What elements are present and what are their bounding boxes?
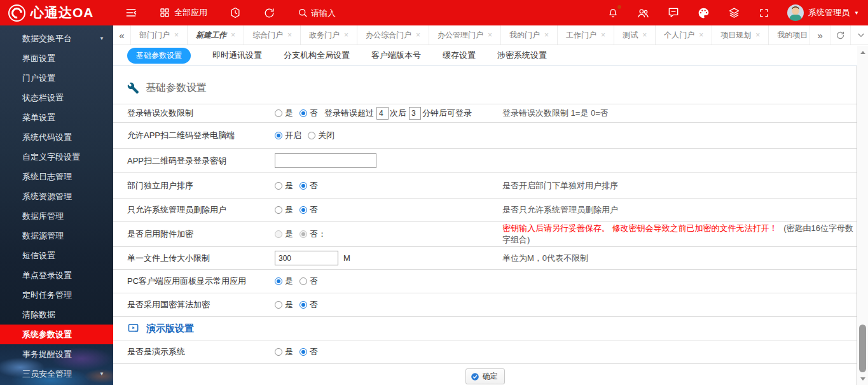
subtab-basic-params[interactable]: 基础参数设置 [127, 48, 191, 64]
close-icon[interactable]: × [231, 31, 235, 39]
scroll-down-icon[interactable] [857, 374, 868, 384]
scroll-tabs-left-icon[interactable]: « [113, 25, 131, 45]
search-input[interactable] [311, 8, 352, 18]
radio-no[interactable] [300, 277, 307, 285]
confirm-button[interactable]: 确定 [465, 368, 505, 384]
radio-disable[interactable] [308, 132, 315, 139]
sidebar-item-data-exchange[interactable]: 数据交换平台▼ [0, 29, 113, 48]
refresh-icon[interactable] [263, 7, 275, 19]
logo-text: 心通达OA [31, 4, 94, 22]
sidebar-item-interface-settings[interactable]: 界面设置 [0, 48, 113, 68]
user-menu[interactable]: 系统管理员 ▼ [787, 4, 859, 21]
sidebar-item-clear-data[interactable]: 清除数据 [0, 305, 113, 325]
notifications-bell-icon[interactable] [607, 6, 619, 19]
sidebar-item-statusbar-settings[interactable]: 状态栏设置 [0, 88, 113, 108]
subtab-cache-settings[interactable]: 缓存设置 [443, 50, 476, 61]
radio-no[interactable] [300, 109, 307, 117]
qr-login-key-input[interactable] [275, 153, 376, 168]
sidebar-item-scheduled-tasks[interactable]: 定时任务管理 [0, 285, 113, 305]
sidebar-item-system-resources[interactable]: 系统资源管理 [0, 186, 113, 206]
tab-personal-portal[interactable]: 个人门户× [656, 25, 712, 45]
messages-icon[interactable] [667, 6, 680, 19]
section-title-basic-params: 基础参数设置 [127, 81, 857, 95]
scrollbar-thumb[interactable] [859, 325, 866, 372]
sidebar-item-sms-settings[interactable]: 短信设置 [0, 246, 113, 265]
tab-test[interactable]: 测试× [614, 25, 656, 45]
attendance-clock-icon[interactable] [229, 6, 242, 19]
sidebar-item-custom-fields[interactable]: 自定义字段设置 [0, 147, 113, 167]
sidebar-item-portal-settings[interactable]: 门户设置 [0, 68, 113, 88]
tab-new-work[interactable]: 新建工作× [188, 25, 244, 45]
layers-icon[interactable] [727, 6, 741, 20]
close-icon[interactable]: × [488, 31, 492, 39]
close-icon[interactable]: × [755, 31, 760, 39]
sidebar: 数据交换平台▼ 界面设置 门户设置 状态栏设置 菜单设置 系统代码设置 自定义字… [0, 25, 113, 385]
all-apps-button[interactable]: 全部应用 [159, 7, 207, 18]
theme-palette-icon[interactable] [697, 6, 710, 20]
global-search[interactable] [297, 7, 352, 18]
avatar [787, 4, 804, 21]
sidebar-item-system-code[interactable]: 系统代码设置 [0, 127, 113, 147]
field-hint: 单位为M，0代表不限制 [502, 253, 857, 264]
radio-yes[interactable] [275, 206, 282, 214]
upload-size-input[interactable] [275, 251, 338, 265]
topbar: 心通达OA 全部应用 [0, 0, 868, 25]
subtab-im-settings[interactable]: 即时通讯设置 [212, 50, 262, 61]
radio-yes[interactable] [275, 182, 282, 190]
contacts-icon[interactable] [637, 6, 650, 20]
tab-gov-portal[interactable]: 政务门户× [301, 25, 357, 45]
close-icon[interactable]: × [699, 31, 703, 39]
sidebar-item-task-reminder[interactable]: 事务提醒设置 [0, 344, 113, 364]
tab-my-portal[interactable]: 我的门户× [501, 25, 558, 45]
form-row-attachment-encrypt: 是否启用附件加密 是 否： 密钥输入后请另行妥善保存。 修改密钥会导致之前已加密… [113, 222, 857, 247]
collapse-sidebar-icon[interactable] [125, 6, 137, 19]
sidebar-item-datasource-mgmt[interactable]: 数据源管理 [0, 226, 113, 246]
radio-yes[interactable] [275, 348, 282, 356]
radio-enable[interactable] [275, 132, 282, 139]
subtab-branch-global[interactable]: 分支机构全局设置 [284, 50, 350, 61]
tab-menu-chevron-icon[interactable] [850, 25, 868, 45]
radio-no[interactable] [300, 182, 307, 190]
radio-no[interactable] [300, 348, 307, 356]
tab-bar: « 部门门户× 新建工作× 综合门户× 政务门户× 办公综合门户× 办公管理门户… [113, 25, 868, 45]
subtab-classified-system[interactable]: 涉密系统设置 [497, 50, 547, 61]
close-icon[interactable]: × [416, 31, 420, 39]
tab-office-mgmt-portal[interactable]: 办公管理门户× [429, 25, 501, 45]
tab-project-planning[interactable]: 项目规划× [712, 25, 769, 45]
radio-yes[interactable] [275, 109, 282, 117]
field-hint: 登录错误次数限制 1=是 0=否 [502, 108, 857, 119]
sidebar-item-database-mgmt[interactable]: 数据库管理 [0, 206, 113, 226]
close-icon[interactable]: × [642, 31, 647, 39]
sidebar-item-sso-settings[interactable]: 单点登录设置 [0, 265, 113, 285]
scroll-tabs-right-icon[interactable]: » [809, 25, 830, 45]
close-icon[interactable]: × [344, 31, 348, 39]
sidebar-item-system-logs[interactable]: 系统日志管理 [0, 167, 113, 186]
tab-office-general-portal[interactable]: 办公综合门户× [357, 25, 429, 45]
sidebar-item-system-params[interactable]: 系统参数设置 [0, 325, 113, 344]
section-row-demo-settings: 演示版设置 [113, 317, 857, 340]
scroll-up-icon[interactable] [857, 47, 868, 57]
tab-general-portal[interactable]: 综合门户× [244, 25, 301, 45]
close-icon[interactable]: × [544, 31, 549, 39]
login-attempts-input[interactable] [376, 107, 389, 120]
subtab-client-version[interactable]: 客户端版本号 [371, 50, 421, 61]
radio-no[interactable] [300, 301, 307, 309]
radio-no[interactable] [300, 206, 307, 214]
login-lock-minutes-input[interactable] [409, 107, 421, 120]
tab-my-projects[interactable]: 我的项目 [769, 25, 809, 45]
tab-work-portal[interactable]: 工作门户× [558, 25, 614, 45]
fullscreen-icon[interactable] [758, 7, 770, 19]
sidebar-item-menu-settings[interactable]: 菜单设置 [0, 108, 113, 127]
tab-dept-portal[interactable]: 部门门户× [131, 25, 188, 45]
sidebar-item-three-member-security[interactable]: 三员安全管理▼ [0, 364, 113, 384]
vertical-scrollbar[interactable] [857, 46, 868, 385]
radio-yes[interactable] [275, 301, 282, 309]
refresh-tab-icon[interactable] [830, 25, 850, 45]
username: 系统管理员 [808, 7, 850, 18]
close-icon[interactable]: × [174, 31, 179, 39]
radio-yes[interactable] [275, 277, 282, 285]
subtab-bar: 基础参数设置 即时通讯设置 分支机构全局设置 客户端版本号 缓存设置 涉密系统设… [113, 45, 857, 66]
close-icon[interactable]: × [287, 31, 292, 39]
form-row-pc-panel-apps: PC客户端应用面板显示常用应用 是 否 [113, 270, 857, 293]
close-icon[interactable]: × [601, 31, 605, 39]
